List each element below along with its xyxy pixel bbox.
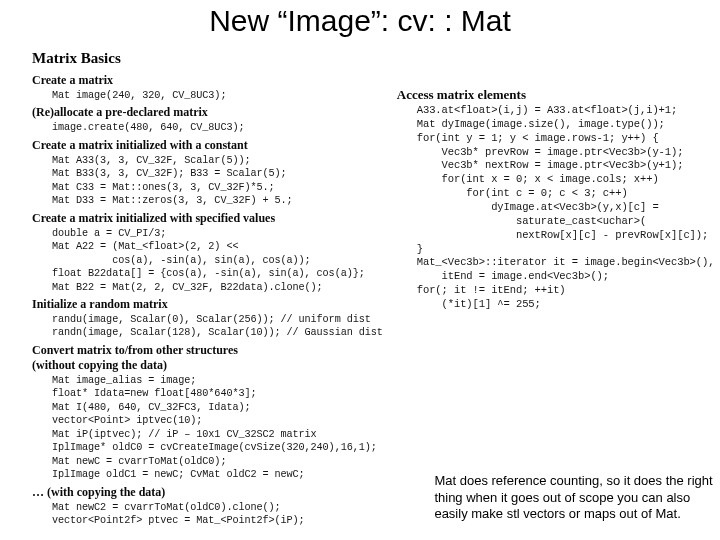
code-line: float B22data[] = {cos(a), -sin(a), sin(… xyxy=(52,268,365,279)
subhead-access-elements: Access matrix elements xyxy=(397,87,715,103)
subhead-init-constant: Create a matrix initialized with a const… xyxy=(32,138,383,153)
subhead-convert: Convert matrix to/from other structures xyxy=(32,343,383,358)
code-line: Vec3b* prevRow = image.ptr<Vec3b>(y-1); xyxy=(417,146,684,158)
code-line: Mat D33 = Mat::zeros(3, 3, CV_32F) + 5.; xyxy=(52,195,293,206)
code-line: itEnd = image.end<Vec3b>(); xyxy=(417,270,609,282)
code-line: Mat iP(iptvec); // iP – 10x1 CV_32SC2 ma… xyxy=(52,429,317,440)
code-line: image.create(480, 640, CV_8UC3); xyxy=(52,122,244,133)
subhead-init-values: Create a matrix initialized with specifi… xyxy=(32,211,383,226)
code-line: Mat newC2 = cvarrToMat(oldC0).clone(); xyxy=(52,502,281,513)
left-column: Matrix Basics Create a matrix Mat image(… xyxy=(32,50,383,526)
code-init-values: double a = CV_PI/3; Mat A22 = (Mat_<floa… xyxy=(32,227,383,294)
code-line: Mat dyImage(image.size(), image.type()); xyxy=(417,118,665,130)
code-line: for(int x = 0; x < image.cols; x++) xyxy=(417,173,659,185)
code-init-constant: Mat A33(3, 3, CV_32F, Scalar(5)); Mat B3… xyxy=(32,154,383,208)
section-title-matrix-basics: Matrix Basics xyxy=(32,50,383,67)
code-line: Mat A22 = (Mat_<float>(2, 2) << xyxy=(52,241,238,252)
code-create-matrix: Mat image(240, 320, CV_8UC3); xyxy=(32,89,383,102)
code-line: IplImage* oldC0 = cvCreateImage(cvSize(3… xyxy=(52,442,377,453)
code-line: } xyxy=(417,243,423,255)
right-column: Access matrix elements A33.at<float>(i,j… xyxy=(397,84,715,526)
code-line: for(; it != itEnd; ++it) xyxy=(417,284,566,296)
code-line: saturate_cast<uchar>( xyxy=(417,215,646,227)
code-line: (*it)[1] ^= 255; xyxy=(417,298,541,310)
code-line: Vec3b* nextRow = image.ptr<Vec3b>(y+1); xyxy=(417,159,684,171)
code-line: Mat_<Vec3b>::iterator it = image.begin<V… xyxy=(417,256,715,268)
code-line: for(int c = 0; c < 3; c++) xyxy=(417,187,628,199)
code-line: vector<Point> iptvec(10); xyxy=(52,415,202,426)
subhead-copying: … (with copying the data) xyxy=(32,485,383,500)
code-line: dyImage.at<Vec3b>(y,x)[c] = xyxy=(417,201,659,213)
code-line: Mat I(480, 640, CV_32FC3, Idata); xyxy=(52,402,250,413)
code-random: randu(image, Scalar(0), Scalar(256)); //… xyxy=(32,313,383,340)
subhead-reallocate: (Re)allocate a pre-declared matrix xyxy=(32,105,383,120)
note-text: Mat does reference counting, so it does … xyxy=(434,473,714,522)
code-line: vector<Point2f> ptvec = Mat_<Point2f>(iP… xyxy=(52,515,305,526)
code-line: Mat B33(3, 3, CV_32F); B33 = Scalar(5); xyxy=(52,168,287,179)
code-line: IplImage oldC1 = newC; CvMat oldC2 = new… xyxy=(52,469,305,480)
code-copying: Mat newC2 = cvarrToMat(oldC0).clone(); v… xyxy=(32,501,383,528)
code-line: for(int y = 1; y < image.rows-1; y++) { xyxy=(417,132,659,144)
code-line: Mat image(240, 320, CV_8UC3); xyxy=(52,90,226,101)
code-line: float* Idata=new float[480*640*3]; xyxy=(52,388,256,399)
code-convert: Mat image_alias = image; float* Idata=ne… xyxy=(32,374,383,482)
code-line: double a = CV_PI/3; xyxy=(52,228,166,239)
code-line: nextRow[x][c] - prevRow[x][c]); xyxy=(417,229,708,241)
code-line: Mat newC = cvarrToMat(oldC0); xyxy=(52,456,226,467)
content-columns: Matrix Basics Create a matrix Mat image(… xyxy=(32,50,688,526)
code-line: randn(image, Scalar(128), Scalar(10)); /… xyxy=(52,327,383,338)
code-line: cos(a), -sin(a), sin(a), cos(a)); xyxy=(52,255,311,266)
slide-title: New “Image”: cv: : Mat xyxy=(0,4,720,38)
code-line: Mat A33(3, 3, CV_32F, Scalar(5)); xyxy=(52,155,250,166)
slide: New “Image”: cv: : Mat Matrix Basics Cre… xyxy=(0,0,720,540)
code-line: Mat B22 = Mat(2, 2, CV_32F, B22data).clo… xyxy=(52,282,323,293)
code-access-elements: A33.at<float>(i,j) = A33.at<float>(j,i)+… xyxy=(397,104,715,312)
code-line: A33.at<float>(i,j) = A33.at<float>(j,i)+… xyxy=(417,104,677,116)
subhead-random: Initialize a random matrix xyxy=(32,297,383,312)
code-line: randu(image, Scalar(0), Scalar(256)); //… xyxy=(52,314,371,325)
code-reallocate: image.create(480, 640, CV_8UC3); xyxy=(32,121,383,134)
subhead-create-matrix: Create a matrix xyxy=(32,73,383,88)
code-line: Mat C33 = Mat::ones(3, 3, CV_32F)*5.; xyxy=(52,182,275,193)
subhead-convert-sub: (without copying the data) xyxy=(32,358,383,373)
code-line: Mat image_alias = image; xyxy=(52,375,196,386)
